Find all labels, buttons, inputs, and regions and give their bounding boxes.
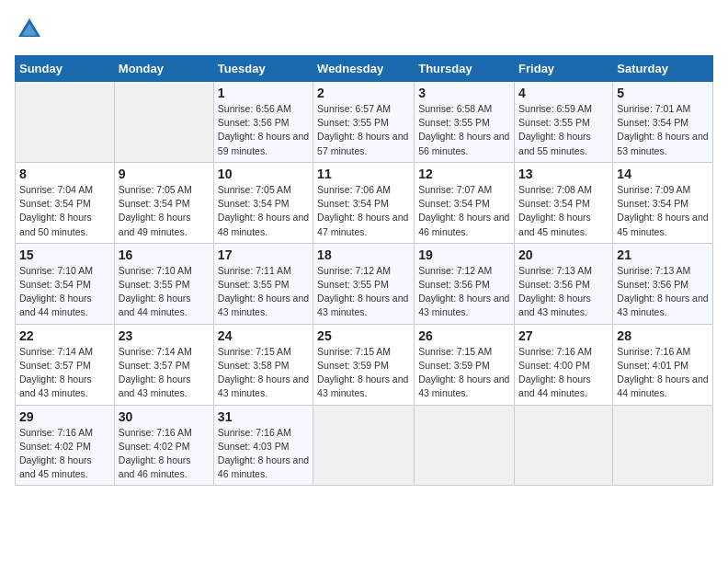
day-info: Sunrise: 7:05 AMSunset: 3:54 PMDaylight:… <box>218 183 309 239</box>
day-info: Sunrise: 7:14 AMSunset: 3:57 PMDaylight:… <box>19 345 110 401</box>
day-number: 1 <box>218 86 309 100</box>
day-number: 20 <box>518 247 609 262</box>
day-info: Sunrise: 7:14 AMSunset: 3:57 PMDaylight:… <box>119 345 210 401</box>
calendar-day-cell: 22Sunrise: 7:14 AMSunset: 3:57 PMDayligh… <box>16 324 115 405</box>
day-info: Sunrise: 7:16 AMSunset: 4:03 PMDaylight:… <box>218 426 309 482</box>
calendar-day-cell: 2Sunrise: 6:57 AMSunset: 3:55 PMDaylight… <box>313 82 415 163</box>
weekday-header: Sunday <box>16 56 115 82</box>
day-info: Sunrise: 7:13 AMSunset: 3:56 PMDaylight:… <box>518 264 609 320</box>
calendar-day-cell: 26Sunrise: 7:15 AMSunset: 3:59 PMDayligh… <box>415 324 515 405</box>
day-info: Sunrise: 6:57 AMSunset: 3:55 PMDaylight:… <box>317 102 410 158</box>
calendar-day-cell: 8Sunrise: 7:04 AMSunset: 3:54 PMDaylight… <box>16 162 115 243</box>
day-number: 10 <box>218 167 309 181</box>
calendar-day-cell: 3Sunrise: 6:58 AMSunset: 3:55 PMDaylight… <box>415 82 515 163</box>
day-number: 3 <box>418 86 510 100</box>
calendar-header-row: SundayMondayTuesdayWednesdayThursdayFrid… <box>16 56 713 82</box>
day-number: 13 <box>518 167 609 181</box>
day-info: Sunrise: 7:15 AMSunset: 3:59 PMDaylight:… <box>418 345 510 401</box>
day-number: 26 <box>418 328 510 343</box>
day-number: 15 <box>19 247 110 262</box>
day-info: Sunrise: 7:09 AMSunset: 3:54 PMDaylight:… <box>617 183 709 239</box>
calendar-day-cell: 14Sunrise: 7:09 AMSunset: 3:54 PMDayligh… <box>613 162 713 243</box>
weekday-header: Monday <box>114 56 213 82</box>
day-info: Sunrise: 7:11 AMSunset: 3:55 PMDaylight:… <box>218 264 309 320</box>
calendar-day-cell: 1Sunrise: 6:56 AMSunset: 3:56 PMDaylight… <box>213 82 313 163</box>
day-info: Sunrise: 6:56 AMSunset: 3:56 PMDaylight:… <box>218 102 309 158</box>
calendar-day-cell: 17Sunrise: 7:11 AMSunset: 3:55 PMDayligh… <box>213 243 313 324</box>
calendar-week-row: 1Sunrise: 6:56 AMSunset: 3:56 PMDaylight… <box>16 82 713 163</box>
calendar-day-cell: 30Sunrise: 7:16 AMSunset: 4:02 PMDayligh… <box>114 405 213 486</box>
day-info: Sunrise: 7:10 AMSunset: 3:55 PMDaylight:… <box>119 264 210 320</box>
day-info: Sunrise: 7:12 AMSunset: 3:55 PMDaylight:… <box>317 264 410 320</box>
day-info: Sunrise: 7:06 AMSunset: 3:54 PMDaylight:… <box>317 183 410 239</box>
day-number: 18 <box>317 247 410 262</box>
day-info: Sunrise: 7:15 AMSunset: 3:59 PMDaylight:… <box>317 345 410 401</box>
calendar-week-row: 8Sunrise: 7:04 AMSunset: 3:54 PMDaylight… <box>16 162 713 243</box>
calendar-day-cell: 15Sunrise: 7:10 AMSunset: 3:54 PMDayligh… <box>16 243 115 324</box>
weekday-header: Wednesday <box>313 56 415 82</box>
calendar-day-cell: 27Sunrise: 7:16 AMSunset: 4:00 PMDayligh… <box>515 324 613 405</box>
calendar-day-cell: 12Sunrise: 7:07 AMSunset: 3:54 PMDayligh… <box>415 162 515 243</box>
calendar-week-row: 15Sunrise: 7:10 AMSunset: 3:54 PMDayligh… <box>16 243 713 324</box>
day-number: 23 <box>119 328 210 343</box>
day-info: Sunrise: 7:08 AMSunset: 3:54 PMDaylight:… <box>518 183 609 239</box>
calendar-table: SundayMondayTuesdayWednesdayThursdayFrid… <box>15 55 713 486</box>
day-info: Sunrise: 7:04 AMSunset: 3:54 PMDaylight:… <box>19 183 110 239</box>
day-info: Sunrise: 7:05 AMSunset: 3:54 PMDaylight:… <box>119 183 210 239</box>
calendar-day-cell: 21Sunrise: 7:13 AMSunset: 3:56 PMDayligh… <box>613 243 713 324</box>
day-number: 24 <box>218 328 309 343</box>
weekday-header: Thursday <box>415 56 515 82</box>
calendar-day-cell <box>415 405 515 486</box>
day-info: Sunrise: 6:58 AMSunset: 3:55 PMDaylight:… <box>418 102 510 158</box>
weekday-header: Tuesday <box>213 56 313 82</box>
day-number: 14 <box>617 167 709 181</box>
day-number: 5 <box>617 86 709 100</box>
day-number: 9 <box>119 167 210 181</box>
calendar-day-cell: 5Sunrise: 7:01 AMSunset: 3:54 PMDaylight… <box>613 82 713 163</box>
day-number: 8 <box>19 167 110 181</box>
calendar-day-cell: 25Sunrise: 7:15 AMSunset: 3:59 PMDayligh… <box>313 324 415 405</box>
calendar-day-cell: 20Sunrise: 7:13 AMSunset: 3:56 PMDayligh… <box>515 243 613 324</box>
day-number: 29 <box>19 409 110 424</box>
day-number: 11 <box>317 167 410 181</box>
day-number: 31 <box>218 409 309 424</box>
calendar-day-cell <box>313 405 415 486</box>
day-info: Sunrise: 7:13 AMSunset: 3:56 PMDaylight:… <box>617 264 709 320</box>
day-info: Sunrise: 6:59 AMSunset: 3:55 PMDaylight:… <box>518 102 609 158</box>
day-number: 4 <box>518 86 609 100</box>
weekday-header: Saturday <box>613 56 713 82</box>
calendar-day-cell: 13Sunrise: 7:08 AMSunset: 3:54 PMDayligh… <box>515 162 613 243</box>
calendar-week-row: 29Sunrise: 7:16 AMSunset: 4:02 PMDayligh… <box>16 405 713 486</box>
calendar-day-cell: 16Sunrise: 7:10 AMSunset: 3:55 PMDayligh… <box>114 243 213 324</box>
weekday-header: Friday <box>515 56 613 82</box>
day-number: 19 <box>418 247 510 262</box>
calendar-day-cell <box>114 82 213 163</box>
day-number: 12 <box>418 167 510 181</box>
day-info: Sunrise: 7:07 AMSunset: 3:54 PMDaylight:… <box>418 183 510 239</box>
day-number: 21 <box>617 247 709 262</box>
page-header <box>15 15 713 44</box>
day-info: Sunrise: 7:01 AMSunset: 3:54 PMDaylight:… <box>617 102 709 158</box>
calendar-body: 1Sunrise: 6:56 AMSunset: 3:56 PMDaylight… <box>16 82 713 486</box>
day-number: 27 <box>518 328 609 343</box>
calendar-day-cell <box>613 405 713 486</box>
day-number: 22 <box>19 328 110 343</box>
logo <box>15 15 48 44</box>
calendar-day-cell: 23Sunrise: 7:14 AMSunset: 3:57 PMDayligh… <box>114 324 213 405</box>
calendar-day-cell: 31Sunrise: 7:16 AMSunset: 4:03 PMDayligh… <box>213 405 313 486</box>
calendar-day-cell: 18Sunrise: 7:12 AMSunset: 3:55 PMDayligh… <box>313 243 415 324</box>
calendar-day-cell: 29Sunrise: 7:16 AMSunset: 4:02 PMDayligh… <box>16 405 115 486</box>
day-info: Sunrise: 7:15 AMSunset: 3:58 PMDaylight:… <box>218 345 309 401</box>
day-info: Sunrise: 7:16 AMSunset: 4:02 PMDaylight:… <box>19 426 110 482</box>
calendar-day-cell: 11Sunrise: 7:06 AMSunset: 3:54 PMDayligh… <box>313 162 415 243</box>
logo-icon <box>15 15 44 44</box>
calendar-day-cell: 24Sunrise: 7:15 AMSunset: 3:58 PMDayligh… <box>213 324 313 405</box>
day-number: 30 <box>119 409 210 424</box>
day-info: Sunrise: 7:16 AMSunset: 4:01 PMDaylight:… <box>617 345 709 401</box>
calendar-day-cell: 9Sunrise: 7:05 AMSunset: 3:54 PMDaylight… <box>114 162 213 243</box>
calendar-day-cell: 28Sunrise: 7:16 AMSunset: 4:01 PMDayligh… <box>613 324 713 405</box>
calendar-day-cell: 19Sunrise: 7:12 AMSunset: 3:56 PMDayligh… <box>415 243 515 324</box>
day-info: Sunrise: 7:12 AMSunset: 3:56 PMDaylight:… <box>418 264 510 320</box>
calendar-day-cell: 10Sunrise: 7:05 AMSunset: 3:54 PMDayligh… <box>213 162 313 243</box>
day-info: Sunrise: 7:10 AMSunset: 3:54 PMDaylight:… <box>19 264 110 320</box>
